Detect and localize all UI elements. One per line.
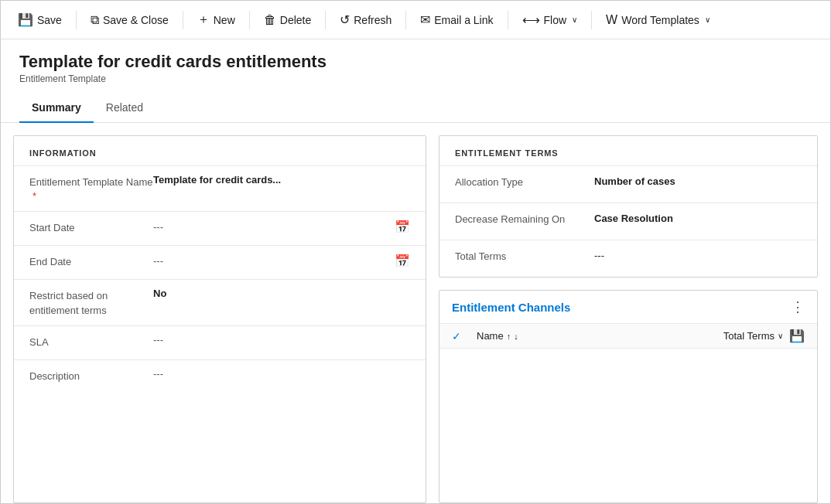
email-button[interactable]: ✉ Email a Link [412,8,501,32]
required-marker: * [32,190,36,202]
separator-2 [183,11,183,29]
separator-1 [76,11,77,29]
word-icon: W [606,13,617,27]
field-value-decrease-remaining[interactable]: Case Resolution [594,213,802,224]
total-terms-col-label: Total Terms [723,330,775,342]
new-label: New [214,14,235,26]
field-label-sla: SLA [29,334,153,349]
channels-menu-button[interactable]: ⋮ [791,300,805,314]
name-sort-asc-icon: ↑ [507,332,511,341]
flow-chevron-icon: ∨ [572,15,577,24]
name-col-label: Name [477,330,504,342]
check-icon[interactable]: ✓ [452,330,461,342]
refresh-icon: ↺ [340,12,350,27]
field-value-total-terms[interactable]: --- [594,250,802,261]
information-panel: INFORMATION Entitlement Template Name * … [13,135,426,503]
information-section-title: INFORMATION [14,136,426,165]
field-label-total-terms: Total Terms [455,250,594,264]
toolbar: 💾 Save ⧉ Save & Close ＋ New 🗑 Delete ↺ R… [1,1,830,39]
field-value-entitlement-name[interactable]: Template for credit cards... [153,174,410,186]
field-value-end-date[interactable]: --- 📅 [153,254,410,268]
entitlement-terms-panel: ENTITLEMENT TERMS Allocation Type Number… [439,135,818,278]
refresh-button[interactable]: ↺ Refresh [332,8,399,32]
flow-icon: ⟷ [522,12,540,27]
plus-icon: ＋ [197,12,210,28]
content-area: INFORMATION Entitlement Template Name * … [1,123,830,503]
delete-label: Delete [280,14,311,26]
field-label-entitlement-name: Entitlement Template Name * [29,174,153,203]
separator-7 [591,11,592,29]
field-value-start-date[interactable]: --- 📅 [153,220,410,234]
check-column: ✓ [452,330,477,342]
refresh-label: Refresh [354,14,392,26]
name-sort-desc-icon: ↓ [514,332,518,341]
flow-label: Flow [544,14,567,26]
terms-sort-chevron-icon: ∨ [778,332,783,340]
field-value-description[interactable]: --- [153,368,410,380]
save-label: Save [37,14,62,26]
total-terms-column-header[interactable]: Total Terms ∨ [723,330,783,342]
page-title: Template for credit cards entitlements [19,52,812,72]
save-close-label: Save & Close [103,14,169,26]
flow-button[interactable]: ⟷ Flow ∨ [515,8,586,32]
right-column: ENTITLEMENT TERMS Allocation Type Number… [439,135,818,503]
field-start-date: Start Date --- 📅 [14,211,426,245]
entitlement-terms-title: ENTITLEMENT TERMS [439,136,817,165]
separator-6 [508,11,508,29]
field-label-start-date: Start Date [29,220,153,235]
delete-icon: 🗑 [264,13,276,27]
new-button[interactable]: ＋ New [190,7,243,32]
word-templates-label: Word Templates [621,14,699,26]
start-date-calendar-icon[interactable]: 📅 [395,220,410,234]
field-total-terms: Total Terms --- [439,240,817,277]
field-value-allocation-type[interactable]: Number of cases [594,175,802,187]
field-label-decrease-remaining: Decrease Remaining On [455,213,594,226]
word-templates-chevron-icon: ∨ [705,15,710,24]
separator-4 [325,11,326,29]
email-label: Email a Link [434,14,493,26]
channels-header: Entitlement Channels ⋮ [439,291,817,324]
channels-table-header: ✓ Name ↑ ↓ Total Terms ∨ 💾 [439,324,817,349]
field-entitlement-name: Entitlement Template Name * Template for… [14,165,426,211]
channels-title: Entitlement Channels [452,301,570,314]
field-end-date: End Date --- 📅 [14,245,426,279]
field-decrease-remaining: Decrease Remaining On Case Resolution [439,203,817,240]
name-column-header[interactable]: Name ↑ ↓ [477,330,723,342]
tab-summary[interactable]: Summary [19,94,94,123]
save-close-button[interactable]: ⧉ Save & Close [83,9,176,32]
field-label-restrict: Restrict based on entitlement terms [29,288,153,317]
page-header: Template for credit cards entitlements E… [1,39,830,84]
channels-save-icon[interactable]: 💾 [789,329,805,343]
separator-3 [249,11,250,29]
field-value-restrict[interactable]: No [153,288,410,299]
field-allocation-type: Allocation Type Number of cases [439,165,817,203]
field-label-end-date: End Date [29,254,153,269]
page-subtitle: Entitlement Template [19,73,812,84]
field-label-description: Description [29,368,153,383]
field-description: Description --- [14,359,426,393]
tabs: Summary Related [1,94,830,123]
field-sla: SLA --- [14,325,426,359]
save-icon: 💾 [18,12,33,27]
field-label-allocation-type: Allocation Type [455,175,594,189]
email-icon: ✉ [420,12,430,27]
save-close-icon: ⧉ [91,13,99,27]
entitlement-channels-panel: Entitlement Channels ⋮ ✓ Name ↑ ↓ Total … [439,290,818,503]
tab-related[interactable]: Related [94,94,156,123]
field-restrict: Restrict based on entitlement terms No [14,279,426,325]
separator-5 [405,11,406,29]
word-templates-button[interactable]: W Word Templates ∨ [598,9,718,32]
field-value-sla[interactable]: --- [153,334,410,346]
end-date-calendar-icon[interactable]: 📅 [395,254,410,268]
delete-button[interactable]: 🗑 Delete [256,9,319,32]
save-button[interactable]: 💾 Save [10,8,70,32]
